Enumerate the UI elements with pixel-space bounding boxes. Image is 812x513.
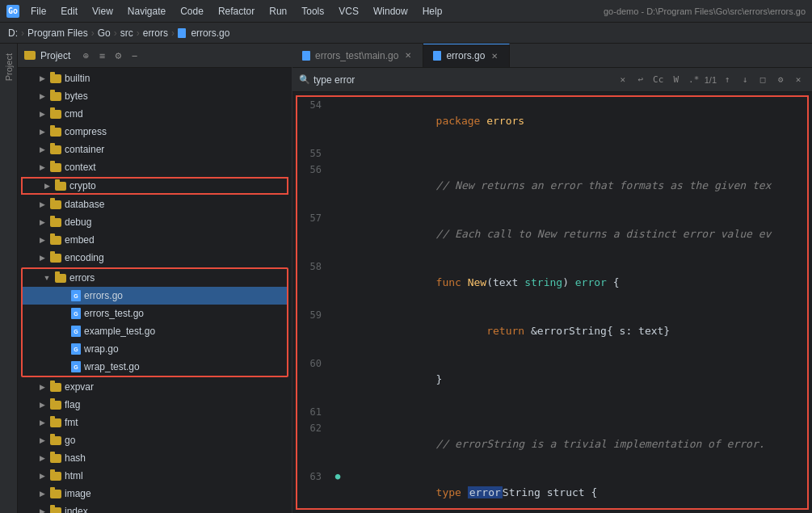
tree-item-image[interactable]: image <box>18 485 292 502</box>
tab-close-errors-test-main[interactable]: ✕ <box>403 50 413 61</box>
tab-errors-test-main[interactable]: errors_test\main.go ✕ <box>292 44 423 68</box>
tab-close-errors-go[interactable]: ✕ <box>490 51 499 61</box>
tree-item-builtin[interactable]: builtin <box>18 69 292 87</box>
tree-item-example-test-go[interactable]: G example_test.go <box>23 322 287 340</box>
menu-help[interactable]: Help <box>416 4 449 19</box>
search-icon: 🔍 <box>299 74 310 85</box>
arrow-database <box>37 200 47 209</box>
folder-icon-flag <box>50 401 61 410</box>
tree-label-crypto: crypto <box>69 180 96 191</box>
panel-close-button[interactable]: − <box>127 48 141 63</box>
tree-item-database[interactable]: database <box>18 196 292 213</box>
brace-63: { <box>591 486 597 498</box>
tree-item-hash[interactable]: hash <box>18 449 292 467</box>
menu-vcs[interactable]: VCS <box>332 4 365 19</box>
paren-open-58: ( <box>486 276 493 288</box>
menu-tools[interactable]: Tools <box>295 4 330 19</box>
collapse-all-button[interactable]: ≡ <box>95 48 109 63</box>
menu-file[interactable]: File <box>24 4 53 19</box>
tree-item-crypto[interactable]: crypto <box>21 177 288 195</box>
tree-item-debug[interactable]: debug <box>18 213 292 231</box>
line-num-54: 54 <box>297 97 331 113</box>
breadcrumb-program-files[interactable]: Program Files <box>27 27 88 39</box>
menu-refactor[interactable]: Refactor <box>212 4 261 19</box>
search-regex-button[interactable]: .* <box>687 73 701 87</box>
search-input[interactable] <box>313 74 612 86</box>
tree-label-example-test-go: example_test.go <box>84 326 155 337</box>
search-word-button[interactable]: W <box>669 73 684 87</box>
tree-item-errors[interactable]: errors <box>23 269 287 287</box>
breadcrumb-errors[interactable]: errors <box>143 27 168 39</box>
search-close-button[interactable]: ✕ <box>791 73 806 87</box>
breadcrumb-errors-go[interactable]: errors.go <box>178 27 229 39</box>
breadcrumb-src[interactable]: src <box>120 27 133 39</box>
tree-item-errors-test-go[interactable]: G errors_test.go <box>23 305 287 322</box>
tree-item-cmd[interactable]: cmd <box>18 105 292 123</box>
expand-all-button[interactable]: ⊕ <box>78 48 93 63</box>
code-line-62: 62 // errorString is a trivial implement… <box>297 420 807 469</box>
return-error-58: error <box>575 276 613 288</box>
line-num-63: 63 <box>297 469 331 485</box>
kw-type-63: type <box>436 486 468 498</box>
search-next-button[interactable]: ↓ <box>738 73 752 87</box>
search-wrap-button[interactable]: ↩ <box>633 73 648 87</box>
panel-settings-button[interactable]: ⚙ <box>111 48 125 63</box>
menu-navigate[interactable]: Navigate <box>121 4 172 19</box>
menu-edit[interactable]: Edit <box>54 4 84 19</box>
breadcrumb-sep-4: › <box>137 27 140 39</box>
folder-icon-compress <box>50 128 61 137</box>
tree-item-container[interactable]: container <box>18 141 292 158</box>
menu-code[interactable]: Code <box>174 4 210 19</box>
menu-view[interactable]: View <box>86 4 120 19</box>
tree-item-fmt[interactable]: fmt <box>18 414 292 431</box>
project-panel-title: Project <box>40 50 70 61</box>
tree-item-embed[interactable]: embed <box>18 231 292 249</box>
code-line-57: 57 // Each call to New returns a distinc… <box>297 210 807 259</box>
search-clear-button[interactable]: ✕ <box>616 73 630 87</box>
line-content-56: // New returns an error that formats as … <box>344 162 807 210</box>
folder-icon-database <box>50 200 61 209</box>
tree-label-fmt: fmt <box>65 417 78 428</box>
tree-item-wrap-test-go[interactable]: G wrap_test.go <box>23 358 287 376</box>
menu-run[interactable]: Run <box>263 4 293 19</box>
tree-item-errors-go[interactable]: G errors.go <box>23 287 287 305</box>
folder-icon-encoding <box>50 254 61 263</box>
breadcrumb-bar: D: › Program Files › Go › src › errors ›… <box>0 23 812 44</box>
tree-item-compress[interactable]: compress <box>18 123 292 141</box>
tree-item-go[interactable]: go <box>18 431 292 449</box>
tree-item-flag[interactable]: flag <box>18 396 292 414</box>
tree-item-encoding[interactable]: encoding <box>18 249 292 267</box>
line-content-59: return &errorString{ s: text} <box>344 307 807 355</box>
tree-item-context[interactable]: context <box>18 158 292 176</box>
tree-label-image: image <box>65 488 91 499</box>
tree-item-index[interactable]: index <box>18 502 292 513</box>
search-settings-button[interactable]: ⚙ <box>773 73 788 87</box>
tree-label-errors-test-go: errors_test.go <box>84 308 144 319</box>
breadcrumb-d[interactable]: D: <box>8 27 18 39</box>
search-prev-button[interactable]: ↑ <box>720 73 734 87</box>
search-expand-button[interactable]: □ <box>755 73 770 87</box>
search-case-button[interactable]: Cc <box>651 73 666 87</box>
tree-label-encoding: encoding <box>65 252 104 263</box>
tab-errors-go[interactable]: errors.go ✕ <box>423 44 510 68</box>
tree-item-expvar[interactable]: expvar <box>18 378 292 396</box>
tree-item-html[interactable]: html <box>18 467 292 485</box>
app-logo: Go <box>6 5 19 18</box>
tree-item-wrap-go[interactable]: G wrap.go <box>23 340 287 358</box>
tree-label-flag: flag <box>65 399 80 410</box>
brace-60: } <box>436 373 443 385</box>
menu-window[interactable]: Window <box>367 4 414 19</box>
breadcrumb-go[interactable]: Go <box>98 27 111 39</box>
folder-icon-hash <box>50 454 61 463</box>
code-editor-highlight[interactable]: 54 package errors 55 56 <box>296 95 809 510</box>
line-content-54: package errors <box>344 97 807 145</box>
file-icon-wrap-go: G <box>71 343 81 355</box>
brace-58: { <box>613 276 620 288</box>
tree-item-bytes[interactable]: bytes <box>18 87 292 105</box>
arrow-image <box>37 489 47 498</box>
line-content-61 <box>344 404 807 420</box>
tree-label-errors: errors <box>69 272 95 284</box>
code-content: 54 package errors 55 56 <box>297 97 807 510</box>
folder-icon-crypto <box>55 182 66 191</box>
kw-func-58: func <box>436 276 468 288</box>
